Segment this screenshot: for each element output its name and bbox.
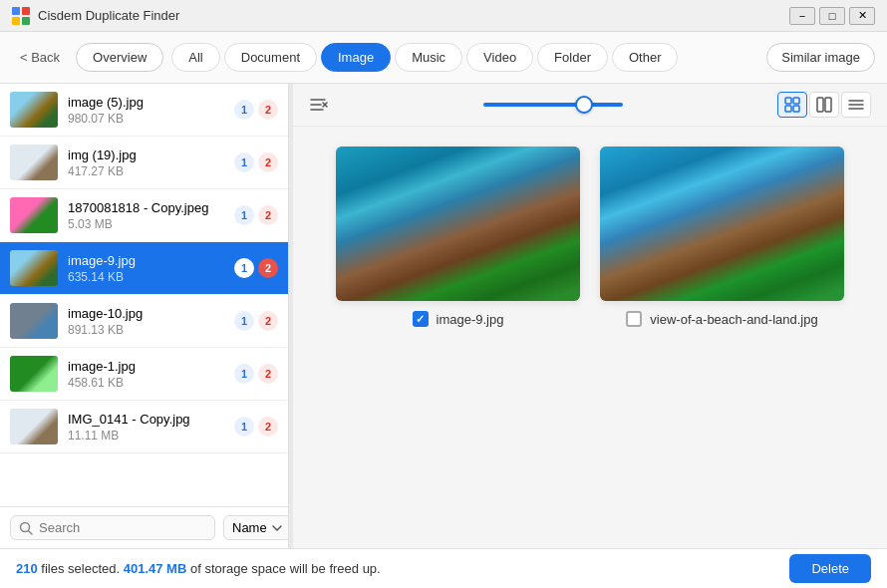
- list-item[interactable]: image-9.jpg 635.14 KB 1 2: [0, 242, 288, 295]
- list-item[interactable]: IMG_0141 - Copy.jpg 11.11 MB 1 2: [0, 401, 288, 453]
- svg-rect-2: [12, 17, 20, 25]
- check-mark: ✓: [416, 313, 425, 326]
- zoom-slider[interactable]: [483, 103, 623, 107]
- left-panel: image (5).jpg 980.07 KB 1 2 img (19).jpg…: [0, 84, 289, 548]
- tab-video[interactable]: Video: [466, 43, 533, 72]
- file-badges: 1 2: [234, 417, 278, 437]
- right-toolbar: [293, 84, 887, 127]
- svg-rect-3: [22, 17, 30, 25]
- badge-1: 1: [234, 364, 254, 384]
- main-content: image (5).jpg 980.07 KB 1 2 img (19).jpg…: [0, 84, 887, 548]
- right-filename: view-of-a-beach-and-land.jpg: [650, 312, 817, 327]
- chevron-down-icon: [271, 522, 283, 534]
- search-input-wrap[interactable]: [10, 515, 215, 540]
- file-size: 458.61 KB: [68, 376, 224, 390]
- list-view-button[interactable]: [841, 92, 871, 118]
- image-frame-right: [600, 147, 844, 301]
- grid-view-button[interactable]: [777, 92, 807, 118]
- file-info: 1870081818 - Copy.jpeg 5.03 MB: [68, 200, 224, 231]
- svg-line-5: [29, 530, 33, 534]
- list-icon: [848, 97, 864, 113]
- file-thumbnail: [10, 92, 58, 128]
- badge-1: 1: [234, 417, 254, 437]
- file-info: image (5).jpg 980.07 KB: [68, 95, 224, 126]
- svg-rect-15: [817, 98, 823, 112]
- checkbox-left[interactable]: ✓: [413, 311, 429, 327]
- back-button[interactable]: < Back: [12, 46, 68, 69]
- svg-rect-1: [22, 7, 30, 15]
- similar-image-button[interactable]: Similar image: [766, 43, 875, 72]
- file-name: image-9.jpg: [68, 253, 224, 268]
- split-icon: [816, 97, 832, 113]
- files-selected-count: 210: [16, 561, 38, 576]
- right-panel: ✓ image-9.jpg view-of-a-beach-and-land.j…: [293, 84, 887, 548]
- badge-2: 2: [258, 364, 278, 384]
- tab-image[interactable]: Image: [321, 43, 391, 72]
- app-title: Cisdem Duplicate Finder: [38, 8, 179, 23]
- badge-1: 1: [234, 258, 254, 278]
- file-thumbnail: [10, 197, 58, 233]
- image-preview-right: [600, 147, 844, 301]
- svg-rect-0: [12, 7, 20, 15]
- tab-music[interactable]: Music: [395, 43, 462, 72]
- file-size: 11.11 MB: [68, 429, 224, 442]
- checkbox-right[interactable]: [626, 311, 642, 327]
- file-thumbnail: [10, 250, 58, 286]
- tab-all[interactable]: All: [171, 43, 219, 72]
- tab-folder[interactable]: Folder: [537, 43, 608, 72]
- file-info: image-10.jpg 891.13 KB: [68, 306, 224, 337]
- file-name: IMG_0141 - Copy.jpg: [68, 412, 224, 427]
- file-list[interactable]: image (5).jpg 980.07 KB 1 2 img (19).jpg…: [0, 84, 288, 506]
- file-badges: 1 2: [234, 258, 278, 278]
- image-card-left: ✓ image-9.jpg: [336, 147, 580, 327]
- status-text: 210 files selected. 401.47 MB of storage…: [16, 561, 381, 576]
- minimize-button[interactable]: −: [789, 7, 815, 25]
- file-info: img (19).jpg 417.27 KB: [68, 147, 224, 178]
- file-badges: 1 2: [234, 364, 278, 384]
- app-icon: [12, 7, 30, 25]
- svg-rect-12: [793, 98, 799, 104]
- split-view-button[interactable]: [809, 92, 839, 118]
- titlebar: Cisdem Duplicate Finder − □ ✕: [0, 0, 887, 32]
- maximize-button[interactable]: □: [819, 7, 845, 25]
- close-button[interactable]: ✕: [849, 7, 875, 25]
- list-item[interactable]: image (5).jpg 980.07 KB 1 2: [0, 84, 288, 137]
- tab-other[interactable]: Other: [612, 43, 679, 72]
- sort-select[interactable]: Name: [223, 515, 289, 540]
- tab-document[interactable]: Document: [224, 43, 317, 72]
- list-item[interactable]: img (19).jpg 417.27 KB 1 2: [0, 137, 288, 189]
- file-size: 980.07 KB: [68, 112, 224, 126]
- clear-selection-button[interactable]: [309, 97, 329, 113]
- image-preview-left: [336, 147, 580, 301]
- list-item[interactable]: 1870081818 - Copy.jpeg 5.03 MB 1 2: [0, 189, 288, 242]
- list-item[interactable]: image-1.jpg 458.61 KB 1 2: [0, 348, 288, 401]
- search-input[interactable]: [39, 520, 206, 535]
- file-thumbnail: [10, 145, 58, 180]
- badge-1: 1: [234, 100, 254, 120]
- titlebar-left: Cisdem Duplicate Finder: [12, 7, 179, 25]
- freed-label: of storage space will be freed up.: [190, 561, 381, 576]
- file-badges: 1 2: [234, 311, 278, 331]
- svg-rect-14: [793, 106, 799, 112]
- badge-2: 2: [258, 152, 278, 172]
- storage-size: 401.47 MB: [124, 561, 187, 576]
- navbar: < Back Overview All Document Image Music…: [0, 32, 887, 84]
- file-badges: 1 2: [234, 100, 278, 120]
- nav-tabs: All Document Image Music Video Folder Ot…: [171, 43, 678, 72]
- file-size: 5.03 MB: [68, 217, 224, 231]
- file-size: 891.13 KB: [68, 323, 224, 337]
- left-filename: image-9.jpg: [437, 312, 504, 327]
- image-card-right: view-of-a-beach-and-land.jpg: [600, 147, 844, 327]
- files-selected-label: files selected.: [41, 561, 123, 576]
- badge-2: 2: [258, 417, 278, 437]
- image-label-left: ✓ image-9.jpg: [413, 311, 504, 327]
- file-name: img (19).jpg: [68, 147, 224, 162]
- file-info: IMG_0141 - Copy.jpg 11.11 MB: [68, 412, 224, 442]
- file-thumbnail: [10, 303, 58, 339]
- list-item[interactable]: image-10.jpg 891.13 KB 1 2: [0, 295, 288, 348]
- svg-rect-16: [825, 98, 831, 112]
- tab-overview[interactable]: Overview: [76, 43, 163, 72]
- image-area: ✓ image-9.jpg view-of-a-beach-and-land.j…: [293, 127, 887, 548]
- delete-button[interactable]: Delete: [789, 554, 871, 583]
- grid-icon: [784, 97, 800, 113]
